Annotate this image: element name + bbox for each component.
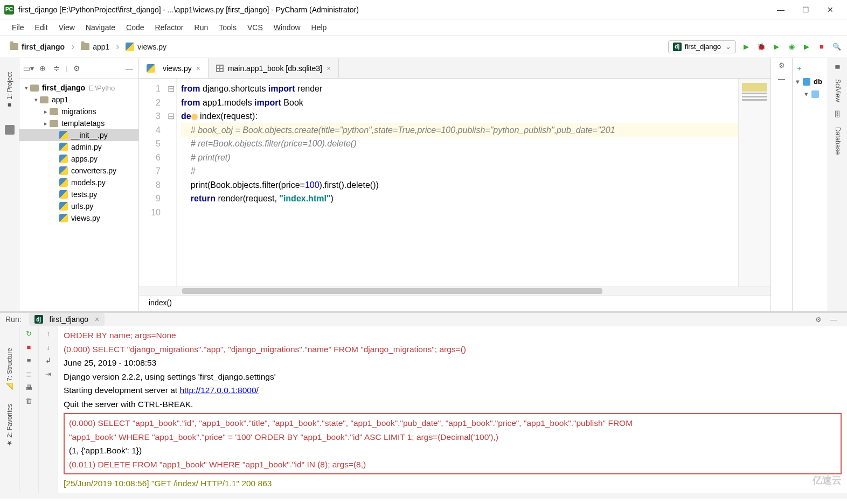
python-file-icon	[59, 214, 68, 222]
close-tab-button[interactable]: ×	[196, 64, 200, 73]
close-window-button[interactable]: ✕	[818, 2, 843, 18]
tree-item-converters-py[interactable]: converters.py	[19, 165, 138, 177]
menu-view[interactable]: View	[53, 21, 80, 34]
db-add-button[interactable]: ＋	[795, 61, 825, 75]
menu-refactor[interactable]: Refactor	[150, 21, 189, 34]
crumb-project[interactable]: first_django	[5, 40, 69, 53]
maximize-button[interactable]: ☐	[793, 2, 818, 18]
hide-panel-button[interactable]: —	[124, 64, 134, 73]
scroll-end-button[interactable]: ⇥	[45, 370, 51, 378]
database-icon[interactable]: 🗄	[834, 110, 841, 118]
editor-horizontal-scrollbar[interactable]	[139, 286, 770, 295]
run-button[interactable]: ▶	[741, 42, 751, 52]
menu-tools[interactable]: Tools	[213, 21, 242, 34]
tab-database[interactable]: Database	[833, 124, 843, 158]
tree-item-templatetags[interactable]: ▸templatetags	[19, 117, 138, 129]
tab-project[interactable]: ■ 1: Project	[5, 69, 15, 112]
console-output[interactable]: ORDER BY name; args=None (0.000) SELECT …	[58, 326, 847, 493]
python-file-icon	[59, 190, 68, 199]
menu-help[interactable]: Help	[306, 21, 332, 34]
stop-button[interactable]: ■	[817, 42, 827, 52]
hide-run-button[interactable]: —	[826, 316, 842, 324]
profile-button[interactable]: ◉	[787, 42, 796, 52]
run-tool-window: Run: dj first_django × ⚙ — 📐 7: Structur…	[0, 311, 847, 484]
editor-tab-views[interactable]: views.py ×	[139, 58, 209, 78]
run-coverage-button[interactable]: ▶	[772, 42, 781, 52]
up-button[interactable]: ↑	[46, 330, 50, 338]
close-tab-icon[interactable]: ×	[95, 315, 99, 324]
pin-button[interactable]: ≣	[26, 370, 32, 378]
run-config-name: first_django	[685, 43, 721, 51]
right-tool-window-bar: ≣ SciView 🗄 Database	[828, 58, 847, 311]
menu-file[interactable]: File	[6, 21, 30, 34]
run-toolbar-primary: ↻ ■ ≡ ≣ 🖶 🗑	[19, 326, 39, 493]
print-button[interactable]: 🖶	[25, 383, 32, 391]
tree-item-views-py[interactable]: views.py	[19, 212, 138, 224]
tree-item-migrations[interactable]: ▸migrations	[19, 106, 138, 117]
minimize-button[interactable]: —	[768, 2, 793, 18]
settings-icon[interactable]: ⚙	[779, 61, 785, 69]
tree-item-apps-py[interactable]: apps.py	[19, 153, 138, 165]
run-settings-button[interactable]: ⚙	[811, 316, 826, 324]
project-view-selector[interactable]: ▭▾	[24, 64, 33, 73]
tab-structure[interactable]: 📐 7: Structure	[6, 348, 13, 391]
tree-item-admin-py[interactable]: admin.py	[19, 141, 138, 153]
stop-button[interactable]: ■	[27, 343, 31, 351]
tree-item-app1[interactable]: ▾app1	[19, 94, 138, 106]
soft-wrap-button[interactable]: ↲	[45, 356, 51, 365]
code-content[interactable]: from django.shortcuts import render from…	[177, 79, 770, 286]
crumb-file[interactable]: views.py	[121, 40, 171, 53]
folder-icon	[81, 43, 89, 50]
project-tree[interactable]: ▾first_djangoE:\Pytho▾app1▸migrations▸te…	[19, 79, 138, 311]
run-configuration-selector[interactable]: dj first_django ⌄	[668, 40, 736, 53]
project-tool-window: ▭▾ ⊕ ≑ | ⚙ — ▾first_djangoE:\Pytho▾app1▸…	[19, 58, 139, 311]
tab-sciview[interactable]: SciView	[833, 76, 843, 105]
python-file-icon	[59, 202, 68, 211]
list-icon[interactable]: ≣	[835, 62, 841, 71]
editor-breadcrumb[interactable]: index()	[139, 295, 770, 311]
run-tab[interactable]: dj first_django ×	[29, 313, 105, 326]
django-icon: dj	[34, 315, 43, 324]
tab-favorites[interactable]: ★ 2: Favorites	[6, 404, 13, 447]
tree-item-first_django[interactable]: ▾first_djangoE:\Pytho	[19, 82, 138, 94]
delete-button[interactable]: 🗑	[25, 397, 32, 405]
collapse-all-button[interactable]: ≑	[52, 64, 61, 73]
editor-tab-db-table[interactable]: main.app1_book [db.sqlite3] ×	[209, 58, 339, 78]
settings-button[interactable]: ⚙	[72, 64, 81, 73]
chevron-right-icon: ›	[69, 41, 77, 52]
tree-item-tests-py[interactable]: tests.py	[19, 188, 138, 200]
debug-button[interactable]: 🐞	[756, 42, 766, 52]
tree-item-models-py[interactable]: models.py	[19, 177, 138, 188]
menu-code[interactable]: Code	[121, 21, 149, 34]
layout-button[interactable]: ≡	[27, 356, 31, 365]
menu-edit[interactable]: Edit	[30, 21, 53, 34]
menu-window[interactable]: Window	[268, 21, 306, 34]
rerun-button[interactable]: ↻	[26, 330, 32, 338]
table-icon	[216, 65, 224, 72]
tool-icon[interactable]	[5, 125, 15, 135]
menu-run[interactable]: Run	[189, 21, 214, 34]
attach-button[interactable]: ▶	[802, 42, 811, 52]
db-root[interactable]: ▾db	[795, 75, 825, 88]
search-everywhere-button[interactable]: 🔍	[832, 42, 842, 52]
tree-item-urls-py[interactable]: urls.py	[19, 200, 138, 212]
locate-file-button[interactable]: ⊕	[38, 64, 47, 73]
menu-navigate[interactable]: Navigate	[80, 21, 121, 34]
python-file-icon	[147, 64, 155, 73]
python-file-icon	[59, 131, 68, 139]
editor-minimap[interactable]	[738, 79, 770, 286]
python-file-icon	[59, 155, 68, 163]
down-button[interactable]: ↓	[46, 343, 50, 351]
code-editor[interactable]: 12345678910 ⊟ ⊟ from django.shortcuts im…	[139, 79, 770, 286]
window-title-bar: PC first_django [E:\PythonProject\first_…	[0, 0, 847, 19]
crumb-app[interactable]: app1	[77, 40, 114, 53]
hide-icon[interactable]: —	[778, 75, 785, 83]
tree-item-__init__-py[interactable]: __init__.py	[19, 129, 138, 141]
server-url-link[interactable]: http://127.0.0.1:8000/	[179, 386, 259, 395]
editor-side-tools: ⚙ —	[770, 58, 792, 311]
fold-gutter[interactable]: ⊟ ⊟	[166, 79, 177, 286]
menu-vcs[interactable]: VCS	[242, 21, 268, 34]
navigation-bar: first_django › app1 › views.py dj first_…	[0, 36, 847, 58]
db-child[interactable]: ▾	[795, 88, 825, 100]
close-tab-button[interactable]: ×	[327, 64, 331, 73]
